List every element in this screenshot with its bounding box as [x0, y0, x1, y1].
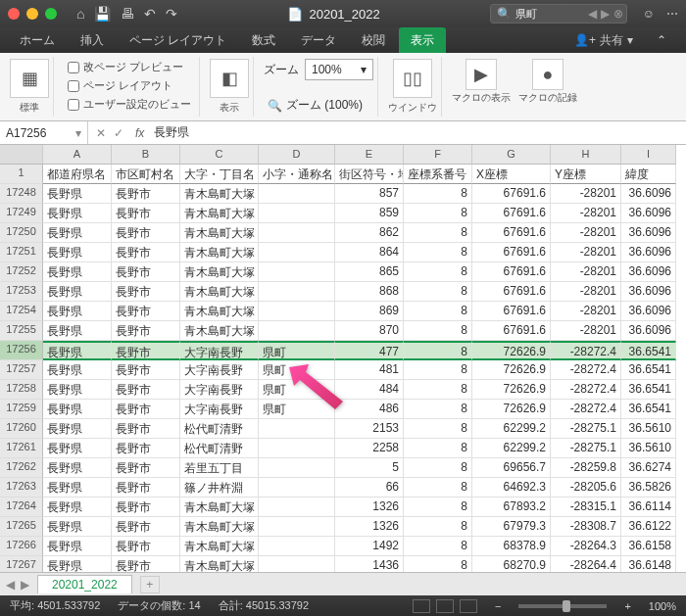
zoom-icon[interactable] — [45, 8, 57, 20]
cell[interactable]: 8 — [404, 380, 472, 400]
cell[interactable]: 64692.3 — [472, 478, 551, 498]
custom-views[interactable]: ユーザー設定のビュー — [64, 96, 195, 113]
cell[interactable]: 県町 — [259, 360, 335, 380]
search-input[interactable] — [515, 8, 584, 20]
cell[interactable]: 36.5826 — [621, 478, 676, 498]
zoom-100-button[interactable]: 🔍ズーム (100%) — [264, 96, 367, 115]
row-header[interactable]: 17265 — [0, 517, 43, 537]
redo-icon[interactable]: ↷ — [166, 6, 177, 22]
cell[interactable]: 長野市 — [112, 517, 180, 537]
cell[interactable]: 長野県 — [43, 360, 112, 380]
cell[interactable]: 8 — [404, 262, 472, 282]
cell[interactable]: 青木島町大塚 — [180, 517, 259, 537]
cell[interactable]: 8 — [404, 223, 472, 243]
cell[interactable]: 青木島町大塚 — [180, 537, 259, 556]
cell[interactable]: 長野県 — [43, 282, 112, 302]
cell[interactable] — [259, 478, 335, 498]
cell[interactable]: 長野市 — [112, 400, 180, 419]
tab-挿入[interactable]: 挿入 — [69, 27, 116, 53]
cell[interactable]: 8 — [404, 517, 472, 537]
cell[interactable]: 857 — [335, 184, 404, 204]
zoom-input[interactable]: 100%▾ — [305, 59, 373, 80]
cell[interactable] — [259, 243, 335, 262]
cell[interactable]: 青木島町大塚 — [180, 302, 259, 321]
cell[interactable]: 486 — [335, 400, 404, 419]
cell[interactable]: 36.6158 — [621, 537, 676, 556]
cell[interactable] — [259, 556, 335, 572]
page-layout-icon[interactable] — [436, 599, 454, 613]
cell[interactable]: -28272.4 — [551, 400, 621, 419]
cell[interactable]: 36.6541 — [621, 341, 676, 360]
cell[interactable]: 864 — [335, 243, 404, 262]
search-next-icon[interactable]: ▶ — [601, 7, 610, 21]
row-header[interactable]: 17255 — [0, 321, 43, 341]
cell[interactable] — [259, 184, 335, 204]
tab-next-icon[interactable]: ▶ — [21, 578, 29, 592]
cell[interactable]: 松代町清野 — [180, 419, 259, 439]
cell[interactable]: 36.6096 — [621, 184, 676, 204]
overflow-icon[interactable]: ⋯ — [666, 7, 678, 21]
cell[interactable]: 67691.6 — [472, 302, 551, 321]
cell[interactable]: 長野県 — [43, 380, 112, 400]
cell[interactable]: 8 — [404, 439, 472, 458]
cell[interactable]: -28275.1 — [551, 439, 621, 458]
cell[interactable]: 長野市 — [112, 184, 180, 204]
cell[interactable]: 2153 — [335, 419, 404, 439]
close-icon[interactable] — [8, 8, 20, 20]
cell[interactable]: -28275.1 — [551, 419, 621, 439]
cell[interactable]: 長野県 — [43, 439, 112, 458]
cell[interactable]: 長野県 — [43, 458, 112, 478]
formula-input[interactable]: 長野県 — [148, 124, 686, 141]
cell[interactable]: 長野県 — [43, 517, 112, 537]
cell[interactable] — [259, 439, 335, 458]
cell[interactable]: 大字南長野 — [180, 380, 259, 400]
col-header-B[interactable]: B — [112, 145, 180, 165]
zoom-in-icon[interactable]: + — [624, 600, 630, 612]
sheet-area[interactable]: ABCDEFGHI1都道府県名市区町村名大字・丁目名小字・通称名街区符号・地座標… — [0, 145, 686, 572]
cell[interactable]: 長野県 — [43, 302, 112, 321]
row-header[interactable]: 17251 — [0, 243, 43, 262]
cell[interactable]: 松代町清野 — [180, 439, 259, 458]
cell[interactable]: 青木島町大塚 — [180, 243, 259, 262]
cell[interactable]: 長野県 — [43, 556, 112, 572]
cell[interactable]: 36.6541 — [621, 380, 676, 400]
row-header[interactable]: 17249 — [0, 204, 43, 223]
chevron-down-icon[interactable]: ▾ — [627, 33, 633, 47]
cell[interactable]: -28201 — [551, 282, 621, 302]
cell[interactable]: 67691.6 — [472, 243, 551, 262]
chevron-down-icon[interactable]: ▾ — [361, 63, 367, 76]
cell[interactable]: 68270.9 — [472, 556, 551, 572]
cell[interactable]: 県町 — [259, 341, 335, 360]
cell[interactable] — [259, 204, 335, 223]
cell[interactable]: 大字南長野 — [180, 341, 259, 360]
cell[interactable]: 67691.6 — [472, 282, 551, 302]
cell[interactable]: 青木島町大塚 — [180, 282, 259, 302]
normal-view-icon[interactable] — [413, 599, 430, 613]
cell[interactable]: 1492 — [335, 537, 404, 556]
cell[interactable] — [259, 321, 335, 341]
normal-view-button[interactable]: ▦ — [10, 59, 49, 98]
cell[interactable]: 都道府県名 — [43, 165, 112, 184]
cell[interactable]: 477 — [335, 341, 404, 360]
cell[interactable]: 36.6541 — [621, 360, 676, 380]
cell[interactable]: 69656.7 — [472, 458, 551, 478]
cell[interactable]: 長野市 — [112, 223, 180, 243]
cell[interactable]: 長野県 — [43, 537, 112, 556]
collapse-ribbon-icon[interactable]: ⌃ — [645, 27, 678, 53]
cell[interactable] — [259, 419, 335, 439]
cell[interactable]: 青木島町大塚 — [180, 223, 259, 243]
cell[interactable]: 67691.6 — [472, 321, 551, 341]
cell[interactable]: 36.6096 — [621, 204, 676, 223]
cell[interactable]: 長野県 — [43, 262, 112, 282]
macro-record-button[interactable]: ● — [532, 59, 564, 90]
cell[interactable] — [259, 262, 335, 282]
row-header[interactable]: 17252 — [0, 262, 43, 282]
cancel-icon[interactable]: ✕ — [96, 126, 106, 140]
cell[interactable]: 長野県 — [43, 478, 112, 498]
cell[interactable]: 長野市 — [112, 243, 180, 262]
row-header[interactable]: 17261 — [0, 439, 43, 458]
cell[interactable] — [259, 498, 335, 517]
cell[interactable]: 長野市 — [112, 360, 180, 380]
name-box[interactable]: A17256▾ — [0, 121, 88, 144]
cell[interactable]: 36.6096 — [621, 302, 676, 321]
